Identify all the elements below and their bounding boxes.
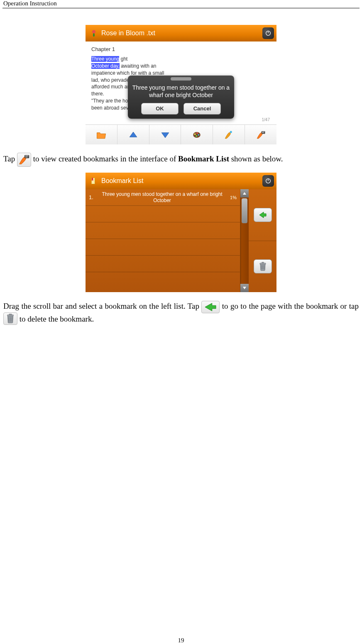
folder-button[interactable] [86,125,117,144]
bookmark-body: 1. Three young men stood together on a w… [86,189,276,292]
bookmark-row[interactable]: 1. Three young men stood together on a w… [86,189,240,206]
scrollbar[interactable] [240,189,249,292]
delete-bookmark-button[interactable] [249,241,276,293]
rose-icon [90,29,98,37]
svg-point-0 [92,30,95,34]
svg-marker-4 [161,132,169,137]
bookmark-right-column [240,189,276,292]
svg-point-6 [194,133,196,135]
trash-icon [3,312,17,325]
power-button[interactable] [262,27,274,39]
add-bookmark-button[interactable] [213,125,245,144]
bookmark-title-bar: Bookmark List [86,173,276,189]
dialog-text: Three young men stood together on a whar… [132,84,230,99]
bookmark-power-button[interactable] [262,175,274,187]
reader-chapter: Chapter 1 [91,46,271,53]
svg-point-9 [196,135,198,137]
page-number: 19 [0,637,362,644]
svg-rect-14 [24,155,29,159]
page-down-button[interactable] [149,125,181,144]
ok-button[interactable]: OK [141,103,179,115]
scroll-thumb[interactable] [242,198,247,223]
header-rule [2,8,360,8]
svg-marker-22 [259,212,266,218]
bookmark-title-icon [90,177,98,185]
para-tap-bookmarks: Tap to view created bookmarks in the int… [3,153,359,167]
bookmark-row-empty [86,239,240,256]
svg-point-8 [198,134,200,136]
bookmark-row-empty [86,222,240,239]
scroll-down-icon[interactable] [240,284,249,292]
go-to-bookmark-button[interactable] [249,189,276,241]
svg-rect-24 [262,262,264,263]
scroll-up-icon[interactable] [240,189,249,198]
cancel-button[interactable]: Cancel [183,103,221,115]
svg-marker-20 [243,192,246,195]
svg-point-10 [230,131,232,133]
bookmark-row-empty [86,206,240,222]
header-title: Operation Instruction [3,0,57,7]
reader-progress: 1/47 [262,117,270,123]
bookmark-row-empty [86,256,240,272]
para-drag-scroll: Drag the scroll bar and select a bookmar… [3,300,359,326]
bookmark-dialog: Three young men stood together on a whar… [128,76,234,119]
bookmark-list-screenshot: Bookmark List 1. Three young men stood t… [86,173,276,292]
go-arrow-icon [201,301,220,313]
svg-marker-21 [243,287,246,289]
bookmarks-list-icon [17,153,31,167]
bookmark-list: 1. Three young men stood together on a w… [86,189,240,292]
svg-marker-28 [205,303,216,311]
reader-toolbar [86,124,276,144]
dialog-drag-handle[interactable] [171,77,191,80]
bookmark-row-empty [86,272,240,289]
theme-button[interactable] [181,125,213,144]
view-bookmarks-button[interactable] [245,125,276,144]
svg-rect-30 [9,314,12,315]
reader-title: Rose in Bloom .txt [101,29,272,37]
svg-marker-3 [130,132,137,137]
svg-point-7 [197,132,198,134]
reader-title-bar: Rose in Bloom .txt [86,25,276,41]
page-up-button[interactable] [117,125,149,144]
reader-body: Chapter 1 Three young ght October day, a… [86,41,276,124]
bookmark-title: Bookmark List [101,177,272,185]
reader-screenshot: Rose in Bloom .txt Chapter 1 Three young… [86,25,276,144]
